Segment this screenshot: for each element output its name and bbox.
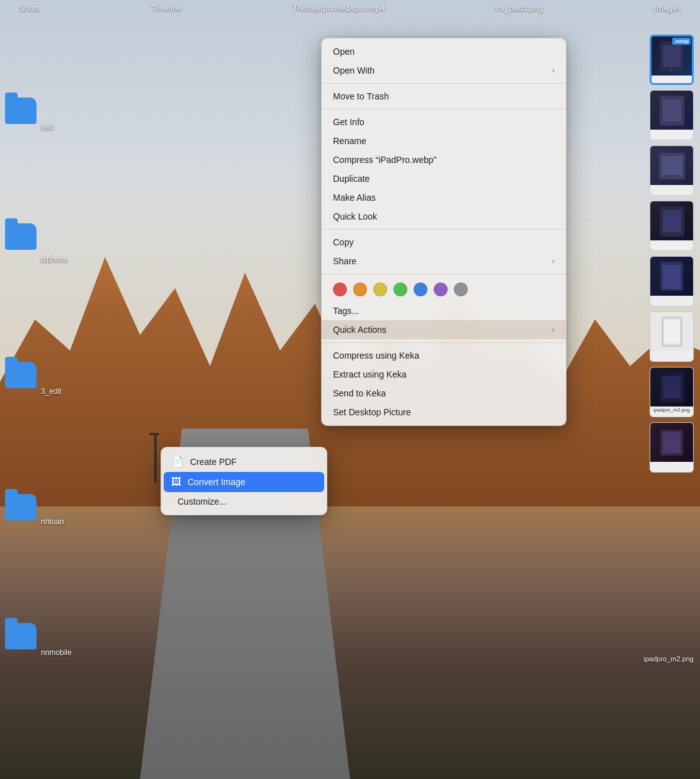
- menu-item-open[interactable]: Open: [322, 42, 566, 61]
- separator-3: [322, 229, 566, 230]
- menu-item-quick-look-label: Quick Look: [333, 211, 377, 221]
- thumbnail-ipadpro-2[interactable]: [650, 90, 694, 140]
- menu-item-set-desktop-label: Set Desktop Picture: [333, 407, 411, 417]
- menu-item-duplicate-label: Duplicate: [333, 174, 370, 184]
- menu-item-compress-keka[interactable]: Compress using Keka: [322, 346, 566, 365]
- menu-item-extract-keka-label: Extract using Keka: [333, 369, 407, 379]
- chevron-right-icon: ›: [552, 66, 555, 75]
- street-lamp: [154, 433, 157, 483]
- color-tag-gray[interactable]: [454, 283, 468, 296]
- thumbnail-ipadpro-3[interactable]: [650, 145, 694, 196]
- thumbnail-ipadpro-5[interactable]: [650, 256, 694, 306]
- menu-item-tags[interactable]: Tags...: [322, 301, 566, 320]
- menu-item-quick-actions-label: Quick Actions: [333, 325, 387, 335]
- context-menu: Open Open With › Move to Trash Get Info …: [321, 38, 567, 426]
- color-tag-orange[interactable]: [353, 283, 367, 296]
- submenu-item-customize[interactable]: Customize...: [161, 492, 327, 511]
- menu-item-compress-label: Compress “iPadPro.webp”: [333, 155, 436, 165]
- separator-5: [322, 342, 566, 343]
- menu-item-send-keka-label: Send to Keka: [333, 388, 386, 398]
- menu-item-get-info[interactable]: Get Info: [322, 113, 566, 132]
- menu-item-open-with[interactable]: Open With ›: [322, 61, 566, 80]
- menu-item-send-keka[interactable]: Send to Keka: [322, 384, 566, 403]
- submenu-item-create-pdf-label: Create PDF: [190, 457, 237, 467]
- menu-item-make-alias[interactable]: Make Alias: [322, 188, 566, 207]
- color-tag-red[interactable]: [333, 283, 347, 296]
- thumbnail-ipadpro-m2[interactable]: ipadpro_m2.png: [650, 367, 694, 417]
- separator-4: [322, 274, 566, 274]
- left-label-fied: fied: [41, 123, 53, 132]
- bottom-filename-label: ipadpro_m2.png: [643, 655, 694, 663]
- color-tag-purple[interactable]: [434, 283, 448, 296]
- ipadpro-m2-label: ipadpro_m2.png: [650, 406, 693, 413]
- separator-2: [322, 109, 566, 109]
- thumbnail-ipad-webp[interactable]: .webp: [650, 35, 694, 85]
- thumbnail-column: .webp ipadpro_m2.png: [650, 35, 694, 473]
- top-label-shots: Shots: [19, 3, 40, 13]
- folder-icon-5[interactable]: [5, 623, 37, 649]
- quick-actions-submenu: 📄 Create PDF 🖼 Convert Image Customize..…: [161, 447, 327, 515]
- separator-1: [322, 83, 566, 84]
- menu-item-set-desktop[interactable]: Set Desktop Picture: [322, 403, 566, 422]
- svg-point-2: [670, 69, 672, 71]
- thumbnail-ipadpro-8[interactable]: [650, 422, 694, 473]
- menu-item-make-alias-label: Make Alias: [333, 193, 376, 203]
- left-label-nnmobile: nnmobile: [41, 648, 72, 657]
- submenu-item-convert-image-label: Convert Image: [188, 477, 246, 487]
- quick-actions-chevron-icon: ›: [552, 325, 555, 334]
- folder-icon-2[interactable]: [5, 223, 37, 250]
- menu-item-duplicate[interactable]: Duplicate: [322, 169, 566, 188]
- svg-rect-16: [663, 432, 680, 453]
- convert-image-icon: 🖼: [171, 476, 181, 488]
- left-label-edit: 3_edit: [41, 387, 62, 396]
- color-tag-yellow[interactable]: [373, 283, 387, 296]
- menu-item-rename-label: Rename: [333, 136, 366, 146]
- create-pdf-icon: 📄: [171, 456, 184, 468]
- menu-item-rename[interactable]: Rename: [322, 132, 566, 150]
- menu-item-quick-look[interactable]: Quick Look: [322, 207, 566, 226]
- left-label-nhtuan: nhtuan: [41, 517, 64, 526]
- svg-rect-14: [663, 376, 681, 398]
- top-file-labels: Shots Timeline TrentayIphone14pro.mp4 mi…: [0, 0, 700, 16]
- menu-item-compress[interactable]: Compress “iPadPro.webp”: [322, 150, 566, 169]
- svg-rect-4: [663, 99, 681, 121]
- menu-item-move-to-trash[interactable]: Move to Trash: [322, 87, 566, 106]
- menu-item-get-info-label: Get Info: [333, 117, 364, 127]
- thumbnail-ipadpro-6[interactable]: [650, 311, 694, 362]
- menu-item-compress-keka-label: Compress using Keka: [333, 350, 419, 361]
- svg-rect-6: [662, 156, 682, 175]
- submenu-item-customize-label: Customize...: [178, 496, 227, 507]
- share-chevron-icon: ›: [552, 257, 555, 266]
- color-tags-row: [322, 277, 566, 301]
- svg-rect-10: [663, 265, 680, 289]
- menu-item-open-label: Open: [333, 47, 354, 57]
- folder-icon-1[interactable]: [5, 98, 37, 124]
- submenu-item-create-pdf[interactable]: 📄 Create PDF: [161, 451, 327, 472]
- folder-icon-4[interactable]: [5, 494, 37, 520]
- menu-item-open-with-label: Open With: [333, 65, 375, 76]
- menu-item-share-label: Share: [333, 256, 356, 266]
- color-tag-green[interactable]: [393, 283, 407, 296]
- color-tag-blue[interactable]: [414, 283, 427, 296]
- menu-item-copy-label: Copy: [333, 237, 354, 247]
- folder-icon-3[interactable]: [5, 362, 37, 388]
- menu-item-tags-label: Tags...: [333, 306, 359, 316]
- menu-item-extract-keka[interactable]: Extract using Keka: [322, 365, 566, 384]
- menu-item-share[interactable]: Share ›: [322, 252, 566, 271]
- top-label-video: TrentayIphone14pro.mp4: [293, 3, 385, 13]
- thumbnail-ipadpro-4[interactable]: [650, 201, 694, 251]
- left-label-biphone: biphone: [41, 255, 68, 264]
- svg-rect-8: [663, 210, 681, 232]
- top-label-mipad: mi_pad5.png: [495, 3, 543, 13]
- submenu-item-convert-image[interactable]: 🖼 Convert Image: [164, 472, 324, 492]
- menu-item-quick-actions[interactable]: Quick Actions ›: [322, 320, 566, 339]
- webp-badge: .webp: [672, 38, 691, 45]
- menu-item-trash-label: Move to Trash: [333, 91, 389, 101]
- svg-rect-1: [663, 45, 681, 67]
- top-label-images: Images: [654, 3, 681, 13]
- menu-item-copy[interactable]: Copy: [322, 233, 566, 252]
- top-label-timeline: Timeline: [151, 3, 182, 13]
- svg-rect-12: [664, 320, 680, 344]
